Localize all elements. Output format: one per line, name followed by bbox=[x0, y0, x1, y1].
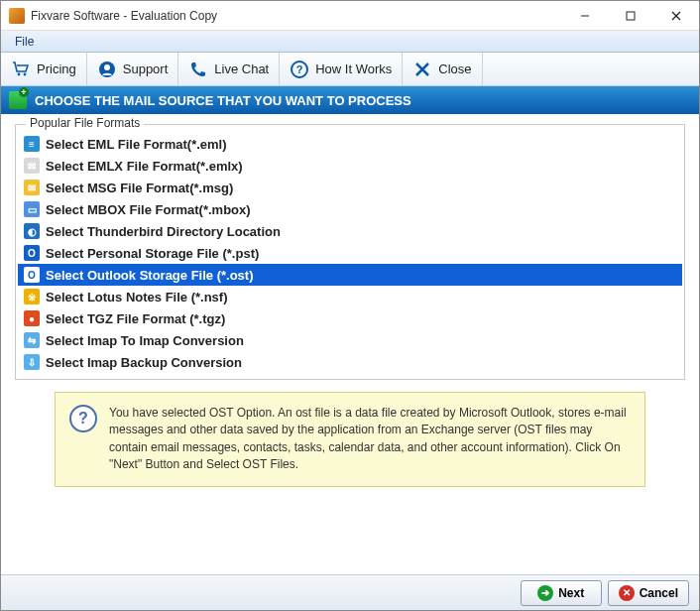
formats-fieldset: Popular File Formats ≡Select EML File Fo… bbox=[15, 124, 685, 380]
headset-icon bbox=[97, 60, 117, 79]
format-label: Select Thunderbird Directory Location bbox=[46, 224, 281, 239]
pricing-button[interactable]: Pricing bbox=[1, 53, 87, 85]
format-icon: ⇆ bbox=[24, 332, 40, 348]
format-item[interactable]: OSelect Outlook Storage File (*.ost) bbox=[18, 264, 682, 286]
format-icon: ⇩ bbox=[24, 354, 40, 370]
header-text: CHOOSE THE MAIL SOURCE THAT YOU WANT TO … bbox=[35, 93, 411, 108]
info-box: ? You have selected OST Option. An ost f… bbox=[55, 392, 645, 487]
support-label: Support bbox=[123, 61, 169, 76]
format-icon: ◐ bbox=[24, 223, 40, 239]
format-label: Select Lotus Notes File (*.nsf) bbox=[46, 290, 227, 305]
close-label: Close bbox=[438, 61, 471, 76]
cart-icon bbox=[11, 60, 31, 79]
format-list: ≡Select EML File Format(*.eml)✉Select EM… bbox=[18, 133, 682, 373]
format-icon: ≡ bbox=[24, 136, 40, 152]
titlebar: Fixvare Software - Evaluation Copy bbox=[1, 1, 699, 31]
format-icon: ● bbox=[24, 310, 40, 326]
format-label: Select Imap Backup Conversion bbox=[46, 355, 242, 370]
app-icon bbox=[9, 8, 25, 24]
close-icon bbox=[412, 60, 432, 79]
format-item[interactable]: ≡Select EML File Format(*.eml) bbox=[18, 133, 682, 155]
format-label: Select EMLX File Format(*.emlx) bbox=[46, 159, 243, 174]
howitworks-label: How It Works bbox=[315, 61, 392, 76]
cancel-icon: ✕ bbox=[619, 585, 635, 601]
window-title: Fixvare Software - Evaluation Copy bbox=[31, 9, 562, 23]
format-item[interactable]: ▭Select MBOX File Format(*.mbox) bbox=[18, 198, 682, 220]
format-item[interactable]: OSelect Personal Storage File (*.pst) bbox=[18, 242, 682, 264]
format-icon: ✉ bbox=[24, 158, 40, 174]
format-label: Select MBOX File Format(*.mbox) bbox=[46, 202, 251, 217]
pricing-label: Pricing bbox=[37, 61, 76, 76]
format-label: Select Outlook Storage File (*.ost) bbox=[46, 268, 253, 283]
format-item[interactable]: ✉Select MSG File Format(*.msg) bbox=[18, 177, 682, 198]
format-label: Select Personal Storage File (*.pst) bbox=[46, 246, 259, 261]
format-icon: O bbox=[24, 245, 40, 261]
format-item[interactable]: ※Select Lotus Notes File (*.nsf) bbox=[18, 286, 682, 307]
svg-point-4 bbox=[18, 72, 21, 75]
livechat-button[interactable]: Live Chat bbox=[178, 53, 280, 85]
format-label: Select MSG File Format(*.msg) bbox=[46, 181, 233, 195]
format-label: Select EML File Format(*.eml) bbox=[46, 137, 227, 152]
minimize-button[interactable] bbox=[562, 1, 608, 31]
format-icon: ▭ bbox=[24, 201, 40, 217]
howitworks-button[interactable]: ? How It Works bbox=[280, 53, 403, 85]
format-item[interactable]: ⇆Select Imap To Imap Conversion bbox=[18, 329, 682, 351]
cancel-button[interactable]: ✕ Cancel bbox=[608, 580, 689, 606]
close-button[interactable]: Close bbox=[403, 53, 482, 85]
format-item[interactable]: ⇩Select Imap Backup Conversion bbox=[18, 351, 682, 373]
menu-file[interactable]: File bbox=[7, 33, 42, 51]
svg-rect-1 bbox=[627, 12, 635, 20]
close-window-button[interactable] bbox=[653, 1, 699, 31]
format-label: Select Imap To Imap Conversion bbox=[46, 333, 244, 348]
header-band: CHOOSE THE MAIL SOURCE THAT YOU WANT TO … bbox=[1, 86, 699, 114]
format-label: Select TGZ File Format (*.tgz) bbox=[46, 311, 225, 326]
footer: ➔ Next ✕ Cancel bbox=[1, 574, 699, 610]
cancel-label: Cancel bbox=[640, 586, 678, 600]
format-item[interactable]: ✉Select EMLX File Format(*.emlx) bbox=[18, 155, 682, 177]
maximize-button[interactable] bbox=[608, 1, 653, 31]
format-item[interactable]: ●Select TGZ File Format (*.tgz) bbox=[18, 307, 682, 329]
content-area: Popular File Formats ≡Select EML File Fo… bbox=[1, 114, 699, 574]
support-button[interactable]: Support bbox=[87, 53, 179, 85]
menubar: File bbox=[1, 31, 699, 53]
svg-point-7 bbox=[104, 64, 110, 70]
format-item[interactable]: ◐Select Thunderbird Directory Location bbox=[18, 220, 682, 242]
formats-legend: Popular File Formats bbox=[26, 116, 144, 130]
format-icon: ※ bbox=[24, 289, 40, 305]
format-icon: ✉ bbox=[24, 180, 40, 195]
livechat-label: Live Chat bbox=[214, 61, 269, 76]
next-icon: ➔ bbox=[537, 585, 553, 601]
next-button[interactable]: ➔ Next bbox=[521, 580, 602, 606]
svg-point-5 bbox=[24, 72, 27, 75]
format-icon: O bbox=[24, 267, 40, 283]
flag-icon bbox=[9, 91, 27, 109]
question-icon: ? bbox=[290, 60, 309, 79]
info-icon: ? bbox=[69, 405, 97, 432]
next-label: Next bbox=[558, 586, 584, 600]
svg-text:?: ? bbox=[296, 63, 303, 75]
info-text: You have selected OST Option. An ost fil… bbox=[109, 405, 631, 474]
phone-icon bbox=[188, 60, 208, 79]
toolbar: Pricing Support Live Chat ? How It Works… bbox=[1, 53, 699, 86]
